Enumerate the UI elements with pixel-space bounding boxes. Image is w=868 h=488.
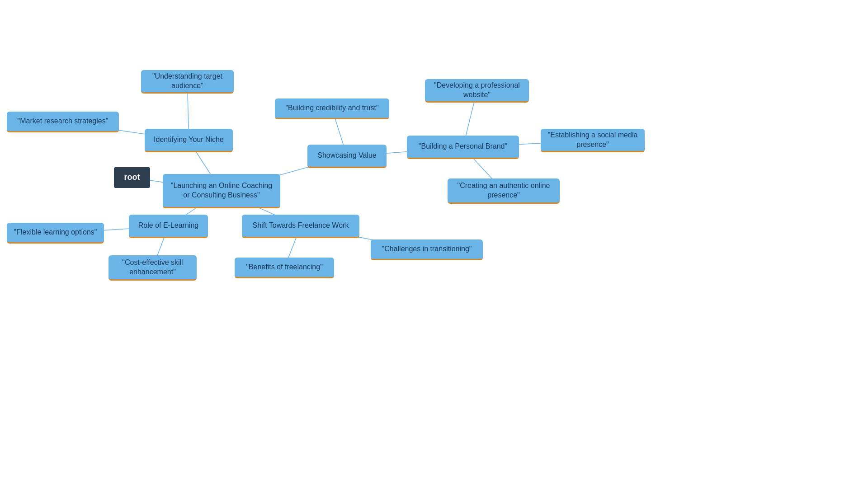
node-identifying[interactable]: Identifying Your Niche bbox=[145, 129, 233, 152]
node-benefitsFreelancing[interactable]: "Benefits of freelancing" bbox=[235, 258, 334, 278]
node-developingWebsite[interactable]: "Developing a professional website" bbox=[425, 79, 529, 103]
node-root[interactable]: root bbox=[114, 167, 150, 188]
node-shiftFreelance[interactable]: Shift Towards Freelance Work bbox=[242, 215, 359, 238]
node-authenticOnline[interactable]: "Creating an authentic online presence" bbox=[448, 178, 560, 204]
node-challengesTransitioning[interactable]: "Challenges in transitioning" bbox=[371, 239, 483, 260]
node-roleElearning[interactable]: Role of E-Learning bbox=[129, 215, 208, 238]
node-establishingSocial[interactable]: "Establishing a social media presence" bbox=[541, 129, 645, 152]
node-buildingCredibility[interactable]: "Building credibility and trust" bbox=[275, 99, 389, 119]
node-costEffective[interactable]: "Cost-effective skill enhancement" bbox=[108, 255, 197, 281]
node-showcasing[interactable]: Showcasing Value bbox=[307, 145, 387, 168]
node-launching[interactable]: "Launching an Online Coaching or Consult… bbox=[163, 174, 280, 208]
node-understandingTarget[interactable]: "Understanding target audience" bbox=[141, 70, 234, 94]
node-marketResearch[interactable]: "Market research strategies" bbox=[7, 112, 119, 132]
node-personalBrand[interactable]: "Building a Personal Brand" bbox=[407, 136, 519, 159]
node-flexibleLearning[interactable]: "Flexible learning options" bbox=[7, 223, 104, 244]
